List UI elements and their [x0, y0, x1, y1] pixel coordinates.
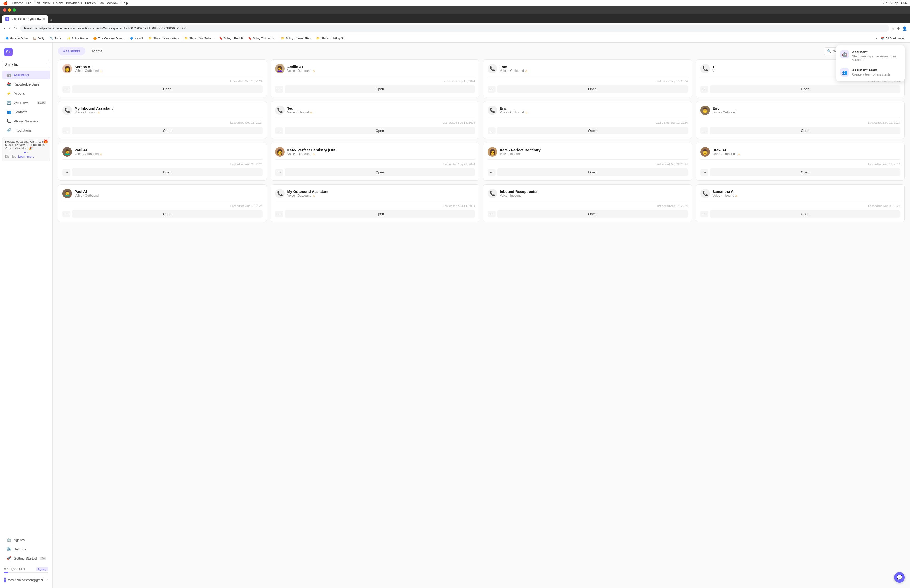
- more-options-button[interactable]: ⋯: [62, 210, 70, 217]
- open-button[interactable]: Open: [72, 210, 262, 218]
- active-tab[interactable]: S Assistants | Synthflow ✕: [2, 15, 48, 23]
- tab-close-button[interactable]: ✕: [43, 17, 45, 21]
- more-options-button[interactable]: ⋯: [700, 86, 708, 93]
- more-options-button[interactable]: ⋯: [700, 128, 708, 134]
- menu-bookmarks[interactable]: Bookmarks: [66, 1, 82, 5]
- tab-teams[interactable]: Teams: [86, 47, 108, 55]
- bookmark-twitterlist[interactable]: 🔖 Shiny Twitter List: [246, 36, 278, 41]
- menu-profiles[interactable]: Profiles: [85, 1, 95, 5]
- sidebar-item-assistants[interactable]: 🤖 Assistants: [2, 71, 50, 79]
- apple-icon[interactable]: 🍎: [3, 1, 8, 5]
- more-options-button[interactable]: ⋯: [488, 128, 496, 134]
- assistant-card[interactable]: 👩 Kate - Perfect Dentistry Voice · Inbou…: [483, 143, 692, 181]
- more-options-button[interactable]: ⋯: [488, 169, 496, 176]
- menu-window[interactable]: Window: [107, 1, 118, 5]
- bookmarks-more-button[interactable]: »: [876, 36, 877, 40]
- bookmark-tools[interactable]: 🔧 Tools: [48, 36, 64, 41]
- assistant-card[interactable]: 👨 Eric Voice · Outbound Last edited Sep …: [696, 101, 905, 139]
- bookmark-allbookmarks[interactable]: 📚 All Bookmarks: [879, 36, 907, 41]
- extensions-icon[interactable]: ⚙: [897, 26, 900, 31]
- bookmark-newsletters[interactable]: 📁 Shiny - Newsletters: [146, 36, 181, 41]
- open-button[interactable]: Open: [72, 127, 262, 134]
- open-button[interactable]: Open: [284, 168, 475, 176]
- bookmark-youtube[interactable]: 📁 Shiny - YouTube...: [182, 36, 216, 41]
- bookmark-star-icon[interactable]: ☆: [891, 26, 895, 31]
- more-options-button[interactable]: ⋯: [488, 210, 496, 217]
- sidebar-item-contacts[interactable]: 👥 Contacts: [2, 107, 50, 116]
- open-button[interactable]: Open: [497, 168, 688, 176]
- user-email-expand-icon[interactable]: ⌃: [46, 578, 49, 582]
- org-selector[interactable]: Shiny Inc ▾: [2, 61, 50, 68]
- assistant-card[interactable]: 📞 Inbound Receptionist Voice · Inbound L…: [483, 184, 692, 222]
- assistant-card[interactable]: 👨 Drew AI Voice · Outbound ⚠ Last edited…: [696, 143, 905, 181]
- assistant-card[interactable]: 📞 My Inbound Assistant Voice · Inbound ⚠…: [58, 101, 267, 139]
- bookmark-shinyhome[interactable]: ✨ Shiny Home: [65, 36, 91, 41]
- sidebar-item-phone-numbers[interactable]: 📞 Phone Numbers: [2, 116, 50, 126]
- tab-assistants[interactable]: Assistants: [58, 47, 85, 55]
- menu-file[interactable]: File: [26, 1, 31, 5]
- dropdown-item-assistant-team[interactable]: 👥 Assistant Team Create a team of assist…: [836, 65, 905, 80]
- bookmark-kajabi[interactable]: 🔷 Kajabi: [128, 36, 145, 41]
- sidebar-item-knowledge-base[interactable]: 📚 Knowledge Base: [2, 80, 50, 89]
- assistant-card[interactable]: 👩 Kate- Perfect Dentistry (Out... Voice …: [271, 143, 480, 181]
- more-options-button[interactable]: ⋯: [488, 86, 496, 93]
- open-button[interactable]: Open: [497, 85, 688, 93]
- url-input[interactable]: [20, 25, 889, 32]
- new-tab-button[interactable]: +: [50, 18, 53, 23]
- more-options-button[interactable]: ⋯: [275, 210, 283, 217]
- open-button[interactable]: Open: [710, 85, 900, 93]
- menu-help[interactable]: Help: [121, 1, 128, 5]
- bookmark-newssites[interactable]: 📁 Shiny - News Sites: [279, 36, 314, 41]
- sidebar-item-settings[interactable]: ⚙️ Settings: [2, 544, 50, 554]
- assistant-card[interactable]: 📞 My Outbound Assistant Voice · Outbound…: [271, 184, 480, 222]
- forward-button[interactable]: ›: [8, 25, 11, 31]
- assistant-card[interactable]: 📞 Tom Voice · Outbound ⚠ Last edited Sep…: [483, 60, 692, 97]
- dropdown-item-assistant[interactable]: 🤖 Assistant Start creating an assistant …: [836, 47, 905, 65]
- open-button[interactable]: Open: [72, 168, 262, 176]
- minimize-window-button[interactable]: [8, 8, 11, 11]
- chat-bubble-button[interactable]: 💬: [894, 572, 905, 583]
- sidebar-item-workflows[interactable]: 🔄 Workflows BETA: [2, 98, 50, 107]
- bookmark-googledrive[interactable]: 🔷 Google Drive: [3, 36, 30, 41]
- menu-history[interactable]: History: [53, 1, 63, 5]
- more-options-button[interactable]: ⋯: [275, 86, 283, 93]
- open-button[interactable]: Open: [497, 210, 688, 218]
- open-button[interactable]: Open: [497, 127, 688, 134]
- more-options-button[interactable]: ⋯: [275, 169, 283, 176]
- open-button[interactable]: Open: [710, 168, 900, 176]
- refresh-button[interactable]: ↻: [12, 25, 18, 31]
- assistant-card[interactable]: 👩‍🦱 Amilia AI Voice · Outbound ⚠ Last ed…: [271, 60, 480, 97]
- menu-chrome[interactable]: Chrome: [12, 1, 23, 5]
- assistant-card[interactable]: 👨‍🦱 Paul AI Voice · Outbound Last edited…: [58, 184, 267, 222]
- menu-tab[interactable]: Tab: [99, 1, 104, 5]
- assistant-card[interactable]: 📞 Eric Voice · Outbound ⚠ Last edited Se…: [483, 101, 692, 139]
- menu-view[interactable]: View: [43, 1, 50, 5]
- bookmark-contentoper[interactable]: 🍊 The Content Oper...: [91, 36, 127, 41]
- sidebar-item-integrations[interactable]: 🔗 Integrations: [2, 126, 50, 135]
- more-options-button[interactable]: ⋯: [700, 210, 708, 217]
- dismiss-button[interactable]: Dismiss: [5, 155, 16, 158]
- more-options-button[interactable]: ⋯: [62, 169, 70, 176]
- learn-more-button[interactable]: Learn more: [18, 155, 34, 158]
- open-button[interactable]: Open: [284, 210, 475, 218]
- open-button[interactable]: Open: [284, 85, 475, 93]
- back-button[interactable]: ‹: [3, 25, 6, 31]
- sidebar-item-getting-started[interactable]: 🚀 Getting Started 0%: [2, 554, 50, 563]
- bookmark-reddit[interactable]: 🔖 Shiny - Reddit: [217, 36, 245, 41]
- assistant-card[interactable]: 📞 Ted Voice · Inbound ⚠ Last edited Sep …: [271, 101, 480, 139]
- more-options-button[interactable]: ⋯: [700, 169, 708, 176]
- assistant-card[interactable]: 👨‍🦱 Paul AI Voice · Outbound ⚠ Last edit…: [58, 143, 267, 181]
- open-button[interactable]: Open: [284, 127, 475, 134]
- sidebar-item-agency[interactable]: 🏢 Agency: [2, 535, 50, 544]
- open-button[interactable]: Open: [710, 210, 900, 218]
- menu-edit[interactable]: Edit: [34, 1, 40, 5]
- open-button[interactable]: Open: [710, 127, 900, 134]
- more-options-button[interactable]: ⋯: [275, 128, 283, 134]
- assistant-card[interactable]: 👩 Serena AI Voice · Outbound ⚠ Last edit…: [58, 60, 267, 97]
- maximize-window-button[interactable]: [13, 8, 16, 11]
- bookmark-listingsit[interactable]: 📁 Shiny - Listing Sit...: [314, 36, 349, 41]
- more-options-button[interactable]: ⋯: [62, 86, 70, 93]
- more-options-button[interactable]: ⋯: [62, 128, 70, 134]
- profile-icon[interactable]: 👤: [902, 26, 907, 31]
- assistant-card[interactable]: 📞 Samantha AI Voice · Inbound ⚠ Last edi…: [696, 184, 905, 222]
